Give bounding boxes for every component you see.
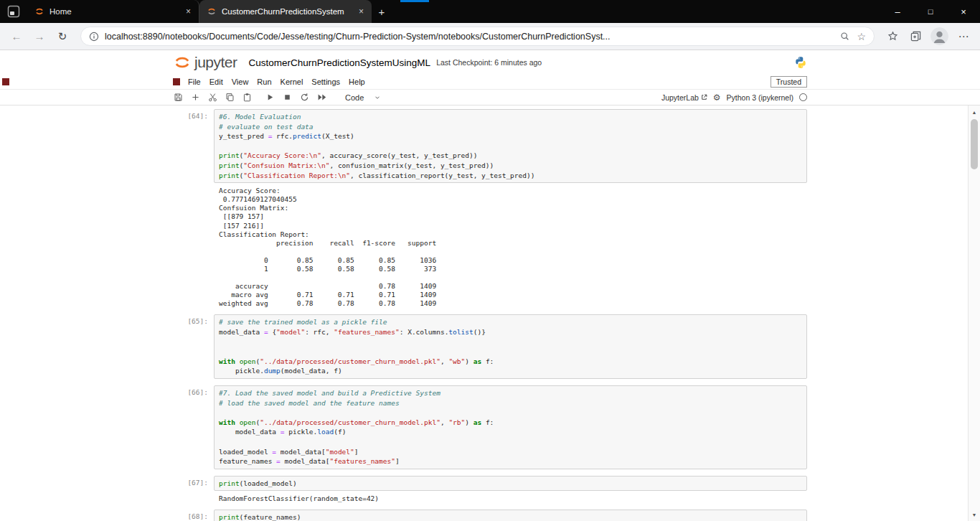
jupyter-planet-icon — [173, 53, 192, 72]
code-editor[interactable]: # save the trained model as a pickle fil… — [219, 317, 802, 376]
code-cell-input[interactable]: # save the trained model as a pickle fil… — [214, 314, 807, 379]
zoom-icon[interactable] — [840, 32, 849, 41]
workspace-icon — [7, 5, 20, 18]
code-editor[interactable]: #6. Model Evaluation # evaluate on test … — [219, 112, 802, 180]
notebook-favicon — [207, 6, 217, 17]
notebook-toolbar: Code JupyterLab ⚙ Python 3 (ipykernel) — [0, 90, 980, 105]
save-button[interactable] — [173, 92, 184, 103]
fast-forward-icon — [316, 93, 327, 102]
tab-actions-menu-icon[interactable] — [0, 0, 27, 23]
execution-count: [67]: — [173, 476, 214, 492]
jupyter-header: jupyter CustomerChurnPredictionSystemUsi… — [0, 50, 980, 75]
indicator-square — [2, 78, 9, 85]
output-prompt — [173, 491, 214, 503]
interrupt-kernel-button[interactable] — [282, 92, 293, 103]
save-icon — [174, 93, 183, 102]
favorites-icon[interactable] — [882, 31, 903, 42]
tab-close-icon[interactable]: × — [182, 6, 194, 18]
reload-button[interactable]: ↻ — [52, 30, 73, 43]
plus-icon — [191, 93, 200, 102]
notebook-content: [64]:#6. Model Evaluation # evaluate on … — [0, 105, 980, 521]
tab-title: Home — [50, 7, 177, 16]
code-editor[interactable]: #7. Load the saved model and build a Pre… — [219, 388, 802, 466]
add-cell-button[interactable] — [190, 92, 201, 103]
url-text[interactable]: localhost:8890/notebooks/Documents/Code/… — [105, 32, 833, 42]
browser-navbar: ← → ↻ localhost:8890/notebooks/Documents… — [0, 23, 980, 50]
copy-cell-button[interactable] — [225, 92, 235, 103]
menu-view[interactable]: View — [227, 78, 253, 86]
code-cell-input[interactable]: #7. Load the saved model and build a Pre… — [214, 385, 807, 469]
run-cell-button[interactable] — [265, 92, 275, 103]
menu-kernel[interactable]: Kernel — [276, 78, 308, 86]
jupyter-favicon — [34, 6, 44, 17]
maximize-button[interactable]: □ — [914, 0, 947, 23]
code-editor[interactable]: print(feature_names) — [219, 512, 802, 521]
site-info-icon[interactable] — [89, 32, 99, 42]
indicator-square — [173, 78, 180, 85]
menu-help[interactable]: Help — [344, 78, 369, 86]
scissors-icon — [208, 93, 217, 102]
cell-output: Accuracy Score: 0.7771469127040455 Confs… — [214, 183, 807, 308]
menubar: File Edit View Run Kernel Settings Help … — [0, 75, 980, 90]
jupyter-logo[interactable]: jupyter — [173, 53, 237, 72]
external-link-icon — [701, 94, 707, 100]
browser-window: Home × CustomerChurnPredictionSystem × +… — [0, 0, 980, 521]
code-cell-input[interactable]: print(feature_names) — [214, 510, 807, 521]
execution-count: [65]: — [173, 314, 214, 379]
notebook-cell: [66]:#7. Load the saved model and build … — [173, 385, 807, 469]
scroll-up-arrow[interactable]: ▲ — [969, 106, 980, 118]
kernel-status-icon — [799, 93, 807, 101]
collections-icon[interactable] — [905, 31, 926, 42]
browser-tab-notebook[interactable]: CustomerChurnPredictionSystem × — [199, 0, 372, 23]
open-jupyterlab-link[interactable]: JupyterLab — [661, 93, 707, 102]
new-tab-button[interactable]: + — [372, 0, 392, 23]
python-logo-icon — [794, 56, 807, 69]
address-bar[interactable]: localhost:8890/notebooks/Documents/Code/… — [80, 27, 875, 46]
forward-button[interactable]: → — [29, 30, 50, 42]
execution-count: [68]: — [173, 510, 214, 521]
scrollbar-thumb[interactable] — [971, 119, 978, 169]
restart-kernel-button[interactable] — [299, 92, 310, 103]
menu-run[interactable]: Run — [253, 78, 275, 86]
scroll-down-arrow[interactable]: ▼ — [969, 509, 980, 520]
code-cell-input[interactable]: #6. Model Evaluation # evaluate on test … — [214, 109, 807, 183]
gear-icon[interactable]: ⚙ — [713, 93, 721, 103]
back-button[interactable]: ← — [6, 30, 27, 42]
window-controls: – □ × — [881, 0, 980, 23]
trusted-badge[interactable]: Trusted — [771, 76, 807, 88]
cell-type-dropdown[interactable]: Code — [342, 93, 384, 102]
more-menu-icon[interactable]: ⋯ — [953, 30, 974, 43]
notebook-cell: [65]:# save the trained model as a pickl… — [173, 314, 807, 379]
tab-close-icon[interactable]: × — [355, 6, 367, 18]
profile-avatar[interactable] — [930, 27, 948, 45]
jupyterlab-label: JupyterLab — [661, 93, 699, 102]
execution-count: [66]: — [173, 385, 214, 469]
cell-type-value: Code — [345, 93, 364, 102]
restart-run-all-button[interactable] — [316, 92, 327, 103]
vertical-scrollbar[interactable]: ▲ ▼ — [968, 105, 980, 521]
copy-icon — [225, 93, 235, 102]
code-editor[interactable]: print(loaded_model) — [219, 479, 802, 489]
paste-icon — [242, 93, 252, 102]
add-favorite-star-icon[interactable]: ☆ — [857, 31, 866, 42]
close-window-button[interactable]: × — [947, 0, 980, 23]
notebook-cells: [64]:#6. Model Evaluation # evaluate on … — [173, 105, 807, 521]
kernel-name[interactable]: Python 3 (ipykernel) — [727, 93, 793, 102]
jupyter-logo-text: jupyter — [194, 54, 237, 71]
paste-cell-button[interactable] — [242, 92, 253, 103]
notebook-cell: [67]:print(loaded_model)RandomForestClas… — [173, 476, 807, 504]
menu-settings[interactable]: Settings — [307, 78, 344, 86]
browser-tab-home[interactable]: Home × — [27, 0, 199, 23]
code-cell-input[interactable]: print(loaded_model) — [214, 476, 807, 492]
notebook-cell: [64]:#6. Model Evaluation # evaluate on … — [173, 109, 807, 308]
minimize-button[interactable]: – — [881, 0, 914, 23]
restart-icon — [300, 93, 309, 102]
run-icon — [265, 93, 275, 102]
chevron-down-icon — [374, 94, 381, 101]
menu-edit[interactable]: Edit — [205, 78, 227, 86]
tab-title: CustomerChurnPredictionSystem — [222, 7, 350, 16]
cut-cell-button[interactable] — [207, 92, 218, 103]
execution-count: [64]: — [173, 109, 214, 183]
notebook-title[interactable]: CustomerChurnPredictionSystemUsingML — [249, 57, 431, 68]
menu-file[interactable]: File — [184, 78, 205, 86]
